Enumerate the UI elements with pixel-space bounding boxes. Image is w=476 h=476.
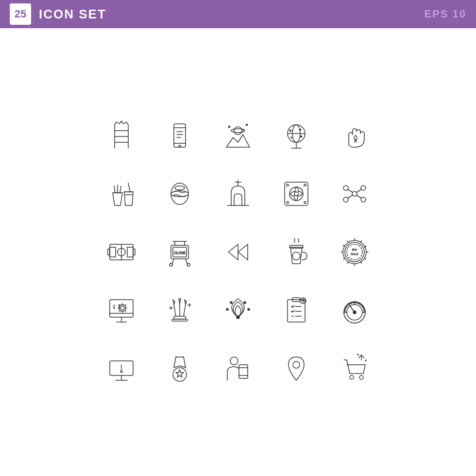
svg-marker-114: [173, 300, 175, 305]
svg-marker-75: [228, 244, 238, 260]
svg-line-107: [119, 305, 120, 306]
icon-speedometer[interactable]: [328, 284, 381, 337]
svg-rect-111: [174, 316, 186, 319]
header-badge: 25: [10, 3, 31, 25]
icon-medal-star[interactable]: [153, 342, 206, 395]
header-eps: EPS 10: [424, 8, 466, 20]
icon-fan-cooler[interactable]: [270, 167, 323, 221]
svg-marker-118: [185, 300, 187, 305]
svg-point-78: [292, 252, 300, 260]
svg-point-102: [120, 306, 124, 310]
svg-line-117: [184, 305, 186, 316]
svg-point-24: [300, 129, 301, 131]
svg-point-23: [290, 130, 291, 132]
svg-line-54: [348, 189, 353, 192]
svg-line-108: [125, 311, 126, 312]
svg-point-15: [234, 127, 242, 135]
svg-point-13: [246, 124, 248, 126]
svg-point-125: [244, 302, 246, 304]
svg-rect-112: [172, 319, 187, 321]
svg-rect-64: [133, 249, 135, 255]
svg-point-123: [237, 316, 239, 319]
svg-point-148: [120, 371, 122, 373]
main-card: CLOSE: [0, 28, 476, 476]
svg-point-127: [248, 308, 250, 310]
svg-rect-157: [239, 365, 248, 378]
icon-coffee-cup[interactable]: [270, 225, 323, 279]
svg-line-88: [364, 258, 366, 259]
svg-line-57: [357, 195, 361, 198]
svg-point-161: [350, 375, 354, 379]
svg-rect-62: [127, 247, 133, 257]
icon-soccer-field[interactable]: [95, 225, 148, 279]
icon-arch-cross[interactable]: [211, 167, 265, 221]
svg-text:BIG: BIG: [352, 248, 357, 251]
icon-mobile-phone[interactable]: [153, 109, 206, 162]
svg-point-47: [287, 202, 289, 204]
svg-line-92: [343, 258, 345, 259]
svg-line-32: [120, 186, 121, 193]
svg-rect-5: [174, 124, 186, 147]
svg-line-89: [360, 262, 362, 263]
svg-point-12: [229, 126, 230, 128]
icon-billboard-warning[interactable]: [95, 342, 148, 395]
svg-text:SALE: SALE: [351, 253, 358, 255]
svg-rect-128: [288, 300, 305, 322]
icon-molecule[interactable]: [328, 167, 381, 221]
svg-point-124: [230, 302, 232, 304]
icon-person-phone[interactable]: [211, 342, 265, 395]
svg-point-38: [175, 186, 185, 190]
svg-point-48: [304, 202, 306, 204]
icon-big-sale[interactable]: BIG SALE: [328, 225, 381, 279]
svg-point-126: [226, 308, 228, 310]
icon-grid: CLOSE: [85, 99, 391, 405]
icon-globe-stand[interactable]: [270, 109, 323, 162]
icon-planet-jar[interactable]: [153, 167, 206, 221]
header-title: ICON SET: [39, 7, 424, 22]
svg-line-35: [128, 183, 130, 192]
svg-text:CLOSE: CLOSE: [174, 251, 186, 255]
icon-rewind[interactable]: [211, 225, 265, 279]
svg-marker-76: [238, 244, 248, 260]
icon-wifi-signal[interactable]: [211, 284, 265, 337]
svg-point-46: [304, 184, 306, 186]
icon-close-sign[interactable]: CLOSE: [153, 225, 206, 279]
svg-line-30: [114, 186, 115, 193]
svg-marker-116: [179, 299, 181, 304]
icon-checklist[interactable]: [270, 284, 323, 337]
icon-space-mountain[interactable]: [211, 109, 265, 162]
icon-pen-tools[interactable]: [153, 284, 206, 337]
svg-line-91: [347, 262, 349, 263]
svg-rect-63: [108, 249, 110, 255]
svg-line-56: [348, 195, 353, 198]
header-bar: 25 ICON SET EPS 10: [0, 0, 476, 28]
svg-line-113: [174, 305, 176, 316]
icon-shopping-cart-up[interactable]: [328, 342, 381, 395]
icon-dev-settings[interactable]: { }: [95, 284, 148, 337]
svg-point-156: [230, 357, 238, 365]
svg-point-80: [345, 242, 364, 262]
svg-point-145: [353, 311, 356, 314]
svg-point-16: [231, 129, 245, 133]
svg-point-25: [301, 136, 302, 137]
svg-point-81: [347, 244, 362, 260]
svg-marker-155: [176, 370, 184, 377]
svg-point-26: [291, 137, 292, 138]
svg-point-79: [343, 240, 366, 264]
icon-hand-ribbon[interactable]: [328, 109, 381, 162]
icon-ladder-crown[interactable]: [95, 109, 148, 162]
svg-line-110: [119, 311, 120, 312]
svg-line-85: [360, 241, 362, 242]
svg-point-8: [179, 145, 181, 147]
svg-line-109: [125, 305, 126, 306]
svg-line-95: [347, 241, 349, 242]
svg-point-160: [293, 361, 300, 368]
svg-point-44: [294, 192, 298, 196]
icon-fries-drink[interactable]: [95, 167, 148, 221]
svg-point-43: [289, 187, 303, 201]
svg-rect-77: [289, 245, 303, 248]
svg-point-162: [359, 375, 363, 379]
svg-rect-61: [110, 247, 116, 257]
icon-location-pin[interactable]: [270, 342, 323, 395]
svg-line-55: [357, 189, 361, 192]
